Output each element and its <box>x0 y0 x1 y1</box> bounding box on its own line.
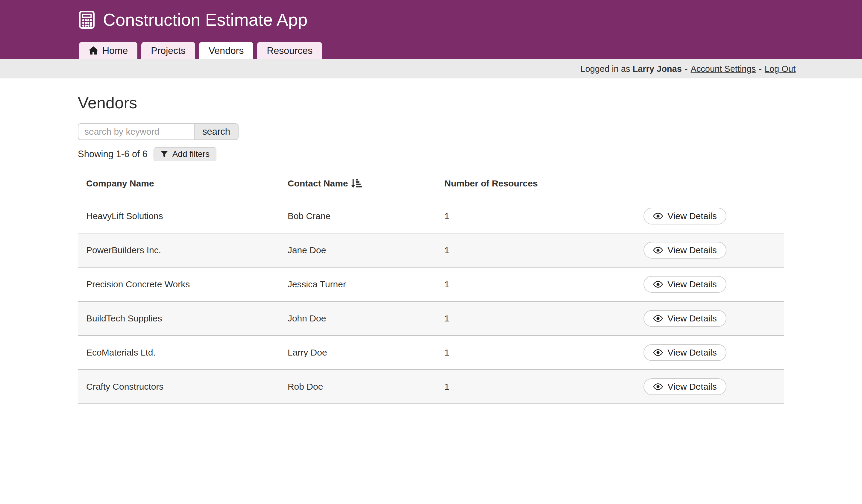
view-details-label: View Details <box>667 245 717 255</box>
app-screen: Construction Estimate App Home Projects … <box>0 0 862 504</box>
company-name-cell: Crafty Constructors <box>78 370 288 404</box>
company-name-cell: PowerBuilders Inc. <box>78 233 288 267</box>
resources-count-cell: 1 <box>444 335 586 370</box>
view-details-label: View Details <box>667 347 717 358</box>
search-button[interactable]: search <box>194 123 238 140</box>
company-name-cell: EcoMaterials Ltd. <box>78 335 288 370</box>
view-details-button[interactable]: View Details <box>643 208 727 224</box>
vendors-table-head: Company Name Contact Name <box>78 172 784 199</box>
contact-name-cell: Bob Crane <box>288 199 444 233</box>
search-input[interactable] <box>78 123 194 140</box>
view-details-label: View Details <box>667 313 717 323</box>
app-title: Construction Estimate App <box>79 9 862 31</box>
table-row: Crafty Constructors Rob Doe 1 View Detai… <box>78 370 784 404</box>
contact-name-cell: Jane Doe <box>288 233 444 267</box>
userbar-separator: - <box>685 64 688 74</box>
action-cell: View Details <box>586 199 784 233</box>
app-header: Construction Estimate App Home Projects … <box>0 0 862 59</box>
eye-icon <box>653 315 663 322</box>
table-row: PowerBuilders Inc. Jane Doe 1 View Detai… <box>78 233 784 267</box>
company-name-cell: BuildTech Supplies <box>78 301 288 335</box>
action-cell: View Details <box>586 335 784 370</box>
eye-icon <box>653 383 663 390</box>
action-cell: View Details <box>586 267 784 301</box>
sort-amount-down-icon <box>351 179 362 188</box>
contact-name-cell: John Doe <box>288 301 444 335</box>
username: Larry Jonas <box>632 64 681 74</box>
resources-count-cell: 1 <box>444 233 586 267</box>
account-settings-link[interactable]: Account Settings <box>691 64 756 74</box>
userbar: Logged in as Larry Jonas - Account Setti… <box>0 59 862 78</box>
nav-tab-resources-label: Resources <box>267 45 313 56</box>
header-row: Company Name Contact Name <box>78 172 784 199</box>
view-details-button[interactable]: View Details <box>643 378 727 395</box>
column-header-actions <box>586 172 784 199</box>
eye-icon <box>653 281 663 288</box>
resources-count-cell: 1 <box>444 301 586 335</box>
company-name-cell: Precision Concrete Works <box>78 267 288 301</box>
vendors-table: Company Name Contact Name <box>78 172 784 404</box>
column-header-company[interactable]: Company Name <box>78 172 288 199</box>
add-filters-label: Add filters <box>172 149 210 159</box>
view-details-label: View Details <box>667 211 717 221</box>
contact-name-cell: Larry Doe <box>288 335 444 370</box>
table-row: HeavyLift Solutions Bob Crane 1 View Det… <box>78 199 784 233</box>
nav-tab-home[interactable]: Home <box>79 42 138 59</box>
calculator-icon <box>79 11 94 29</box>
contact-name-cell: Rob Doe <box>288 370 444 404</box>
main-content: Vendors search Showing 1-6 of 6 Add filt… <box>78 93 784 404</box>
nav-tab-vendors[interactable]: Vendors <box>199 42 253 59</box>
userbar-separator: - <box>759 64 762 74</box>
main-nav: Home Projects Vendors Resources <box>79 42 862 59</box>
table-row: BuildTech Supplies John Doe 1 View Detai… <box>78 301 784 335</box>
filter-funnel-icon <box>160 150 168 158</box>
eye-icon <box>653 212 663 220</box>
view-details-button[interactable]: View Details <box>643 276 727 293</box>
table-row: EcoMaterials Ltd. Larry Doe 1 View Detai… <box>78 335 784 370</box>
action-cell: View Details <box>586 301 784 335</box>
nav-tab-projects-label: Projects <box>151 45 185 56</box>
action-cell: View Details <box>586 233 784 267</box>
company-name-cell: HeavyLift Solutions <box>78 199 288 233</box>
logged-in-prefix: Logged in as <box>580 64 630 74</box>
column-header-resources[interactable]: Number of Resources <box>444 172 586 199</box>
contact-name-cell: Jessica Turner <box>288 267 444 301</box>
view-details-button[interactable]: View Details <box>643 310 727 327</box>
table-row: Precision Concrete Works Jessica Turner … <box>78 267 784 301</box>
view-details-button[interactable]: View Details <box>643 242 727 258</box>
eye-icon <box>653 247 663 254</box>
nav-tab-projects[interactable]: Projects <box>141 42 195 59</box>
filters-row: Showing 1-6 of 6 Add filters <box>78 147 784 161</box>
column-header-contact[interactable]: Contact Name <box>288 172 444 199</box>
eye-icon <box>653 349 663 356</box>
view-details-label: View Details <box>667 382 717 392</box>
home-icon <box>89 46 98 55</box>
app-title-text: Construction Estimate App <box>103 9 308 31</box>
action-cell: View Details <box>586 370 784 404</box>
nav-tab-vendors-label: Vendors <box>209 45 244 56</box>
results-summary: Showing 1-6 of 6 <box>78 149 147 160</box>
nav-tab-home-label: Home <box>102 45 128 56</box>
resources-count-cell: 1 <box>444 267 586 301</box>
add-filters-button[interactable]: Add filters <box>154 147 217 161</box>
vendors-table-body: HeavyLift Solutions Bob Crane 1 View Det… <box>78 199 784 404</box>
nav-tab-resources[interactable]: Resources <box>257 42 322 59</box>
resources-count-cell: 1 <box>444 370 586 404</box>
resources-count-cell: 1 <box>444 199 586 233</box>
page-title: Vendors <box>78 93 784 112</box>
search-group: search <box>78 123 784 140</box>
log-out-link[interactable]: Log Out <box>765 64 796 74</box>
view-details-label: View Details <box>667 279 717 289</box>
view-details-button[interactable]: View Details <box>643 344 727 361</box>
